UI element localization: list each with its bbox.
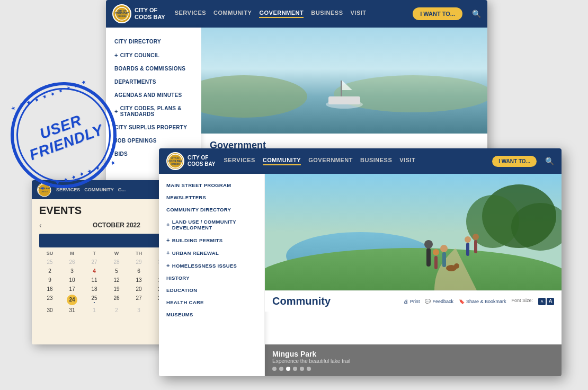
day-cell[interactable]: 29 (128, 258, 149, 266)
front-nav-visit[interactable]: VISIT (399, 157, 415, 165)
day-cell[interactable]: 6 (128, 267, 149, 275)
day-cell[interactable]: 23 (39, 294, 60, 305)
svg-point-36 (473, 234, 479, 240)
svg-rect-10 (341, 81, 342, 96)
menu-building-permits[interactable]: + BUILDING PERMITS (159, 234, 264, 246)
back-menu-boards[interactable]: BOARDS & COMMISSIONS (106, 62, 201, 75)
day-cell[interactable]: 28 (106, 258, 127, 266)
svg-rect-25 (426, 248, 431, 267)
stamp-text-container: USER FRIENDLY (0, 72, 127, 199)
svg-point-21 (466, 195, 519, 248)
cal-nav-g[interactable]: G... (118, 187, 126, 192)
back-nav-visit[interactable]: VISIT (351, 10, 367, 18)
back-menu-city-directory[interactable]: CITY DIRECTORY (106, 35, 201, 48)
menu-newsletters[interactable]: NEWSLETTERS (159, 191, 264, 203)
print-icon: 🖨 (404, 299, 408, 304)
front-search-icon[interactable]: 🔍 (545, 157, 554, 165)
bottom-actions: 🖨 Print 💬 Feedback 🔖 Share & Bookmark Fo… (404, 298, 554, 305)
menu-land-use[interactable]: + LAND USE / COMMUNITY DEVELOPMENT (159, 216, 264, 234)
font-small-button[interactable]: A (538, 298, 546, 305)
front-dot-6[interactable] (307, 367, 311, 371)
day-cell[interactable]: 1 (84, 306, 105, 314)
day-cell[interactable]: 18 (84, 285, 105, 293)
print-action[interactable]: 🖨 Print (404, 298, 420, 305)
month-name: OCTOBER 2022 (93, 221, 140, 229)
day-cell[interactable]: 16 (39, 285, 60, 293)
back-menu-city-council[interactable]: + CITY COUNCIL (106, 48, 201, 62)
back-nav-government[interactable]: GOVERNMENT (259, 10, 304, 18)
svg-text:OREGON: OREGON (118, 15, 126, 17)
back-nav-business[interactable]: BUSINESS (311, 10, 343, 18)
front-dot-1[interactable] (272, 367, 277, 371)
day-cell[interactable]: 3 (61, 267, 83, 275)
day-header-w: W (106, 251, 127, 256)
day-cell[interactable]: 27 (84, 258, 105, 266)
svg-text:COOS BAY: COOS BAY (168, 159, 183, 163)
front-nav-community[interactable]: COMMUNITY (263, 157, 301, 165)
menu-homelessness[interactable]: + HOMELESSNESS ISSUES (159, 259, 264, 272)
day-cell-today[interactable]: 24 (67, 295, 77, 305)
back-menu-departments[interactable]: DEPARTMENTS (106, 75, 201, 88)
day-cell[interactable]: 17 (61, 285, 83, 293)
back-menu-codes[interactable]: + CITY CODES, PLANS & STANDARDS (106, 102, 201, 121)
feedback-action[interactable]: 💬 Feedback (425, 298, 453, 305)
share-action[interactable]: 🔖 Share & Bookmark (459, 298, 506, 305)
front-dot-5[interactable] (300, 367, 304, 371)
front-hero-subtitle: Experience the beautiful lake trail (272, 358, 554, 364)
back-menu-surplus[interactable]: CITY SURPLUS PROPERTY (106, 121, 201, 134)
day-cell-25[interactable]: 25 (84, 294, 105, 305)
day-cell[interactable]: 3 (128, 306, 149, 314)
day-cell[interactable]: 26 (106, 294, 127, 305)
front-dot-2[interactable] (279, 367, 283, 371)
day-cell[interactable]: 5 (106, 267, 127, 275)
front-dot-3[interactable] (286, 367, 290, 371)
day-cell[interactable]: 9 (39, 276, 60, 284)
menu-museums[interactable]: MUSEUMS (159, 308, 264, 321)
front-logo-text: CITY OF COOS BAY (188, 155, 215, 167)
back-nav-services[interactable]: SERVICES (175, 10, 206, 18)
day-cell[interactable]: 31 (61, 306, 83, 314)
font-large-button[interactable]: A (547, 298, 554, 305)
front-nav-business[interactable]: BUSINESS (360, 157, 392, 165)
day-cell[interactable]: 30 (39, 306, 60, 314)
day-cell[interactable]: 10 (61, 276, 83, 284)
front-dot-4[interactable] (293, 367, 297, 371)
day-cell[interactable]: 27 (128, 294, 149, 305)
menu-health-care[interactable]: HEALTH CARE (159, 296, 264, 308)
day-cell[interactable]: 12 (106, 276, 127, 284)
back-menu-agendas[interactable]: AGENDAS AND MINUTES (106, 88, 201, 102)
menu-community-dir[interactable]: COMMUNITY DIRECTORY (159, 203, 264, 216)
day-cell[interactable]: 13 (128, 276, 149, 284)
share-icon: 🔖 (459, 299, 465, 304)
back-nav-links: SERVICES COMMUNITY GOVERNMENT BUSINESS V… (175, 10, 404, 18)
community-screen: CITY OF COOS BAY OREGON CITY OF COOS BAY… (159, 148, 562, 376)
day-header-m: M (61, 251, 83, 256)
svg-point-32 (454, 263, 459, 269)
back-iwant-button[interactable]: I WANT TO... (413, 7, 462, 20)
day-cell-4[interactable]: 4 (84, 267, 105, 275)
front-hero-dots (272, 367, 554, 371)
day-header-t: T (84, 251, 105, 256)
back-nav-community[interactable]: COMMUNITY (213, 10, 252, 18)
day-cell[interactable]: 11 (84, 276, 105, 284)
front-nav-government[interactable]: GOVERNMENT (308, 157, 353, 165)
day-cell[interactable]: 2 (39, 267, 60, 275)
day-cell[interactable]: 2 (106, 306, 127, 314)
front-nav-services[interactable]: SERVICES (224, 157, 255, 165)
feedback-label: Feedback (432, 299, 453, 304)
back-search-icon[interactable]: 🔍 (472, 10, 481, 18)
menu-history[interactable]: HISTORY (159, 272, 264, 284)
menu-urban-renewal[interactable]: + URBAN RENEWAL (159, 246, 264, 259)
front-iwant-button[interactable]: I WANT TO... (492, 156, 537, 167)
front-hero-title: Mingus Park (272, 350, 554, 358)
menu-education[interactable]: EDUCATION (159, 284, 264, 296)
front-hero-area: Mingus Park Experience the beautiful lak… (265, 174, 562, 376)
font-size-buttons: A A (538, 298, 554, 305)
day-cell[interactable]: 19 (106, 285, 127, 293)
prev-month-button[interactable]: ‹ (39, 221, 42, 229)
day-cell[interactable]: 26 (61, 258, 83, 266)
menu-main-street[interactable]: MAIN STREET PROGRAM (159, 179, 264, 191)
day-cell[interactable]: 20 (128, 285, 149, 293)
day-cell[interactable]: 25 (39, 258, 60, 266)
svg-text:COOS BAY: COOS BAY (115, 12, 129, 15)
